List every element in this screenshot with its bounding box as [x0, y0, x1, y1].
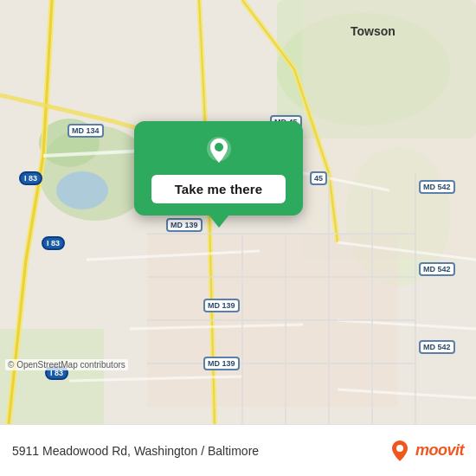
interstate-badge-i83-1: I 83: [19, 171, 42, 185]
location-pin-icon: [203, 135, 235, 168]
map-container: Towson MD 139 MD 139 MD 139 MD 45 45 MD …: [0, 0, 476, 424]
svg-point-12: [396, 445, 403, 452]
road-badge-md542-2: MD 542: [419, 262, 455, 276]
road-badge-md542-1: MD 542: [419, 180, 455, 194]
road-badge-md139-3: MD 139: [203, 357, 240, 370]
road-badge-45: 45: [310, 171, 327, 185]
moovit-pin-icon: [388, 439, 412, 463]
interstate-badge-i83-2: I 83: [42, 236, 65, 250]
road-badge-md542-3: MD 542: [419, 340, 455, 354]
svg-point-11: [215, 143, 223, 151]
svg-point-7: [56, 171, 108, 209]
moovit-label: moovit: [415, 441, 464, 460]
bottom-bar: 5911 Meadowood Rd, Washington / Baltimor…: [0, 424, 476, 476]
address-text: 5911 Meadowood Rd, Washington / Baltimor…: [12, 444, 259, 458]
moovit-logo: moovit: [388, 439, 464, 463]
popup-card: Take me there: [134, 121, 303, 215]
road-badge-md139-1: MD 139: [166, 218, 203, 232]
osm-attribution: © OpenStreetMap contributors: [5, 359, 128, 370]
road-badge-md134: MD 134: [68, 124, 104, 138]
take-me-there-button[interactable]: Take me there: [151, 175, 286, 203]
road-badge-md139-2: MD 139: [203, 299, 240, 312]
town-label: Towson: [351, 24, 396, 38]
